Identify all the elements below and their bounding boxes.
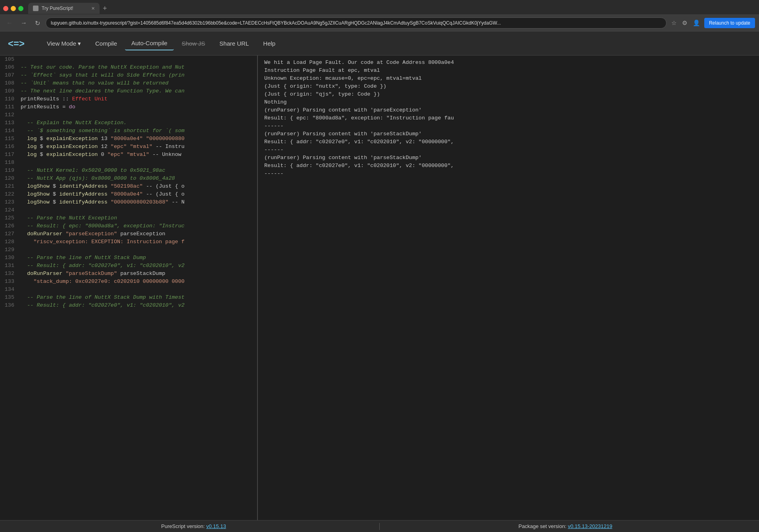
view-mode-button[interactable]: View Mode ▾ xyxy=(40,37,87,50)
line-number: 115 xyxy=(0,135,21,143)
line-number: 126 xyxy=(0,222,21,230)
help-button[interactable]: Help xyxy=(257,37,282,50)
line-content: logShow $ identifyAddress "0000000800203… xyxy=(21,198,257,206)
code-line: 124 xyxy=(0,206,257,214)
output-panel[interactable]: We hit a Load Page Fault. Our code at Co… xyxy=(258,56,759,520)
code-line: 129 xyxy=(0,246,257,254)
line-number: 117 xyxy=(0,151,21,159)
code-line: 112 xyxy=(0,111,257,119)
line-content: log $ explainException 0 "epc" "mtval" -… xyxy=(21,151,257,159)
code-line: 106-- Test our code. Parse the NuttX Exc… xyxy=(0,63,257,71)
address-bar[interactable] xyxy=(46,17,667,29)
line-number: 120 xyxy=(0,175,21,182)
line-number: 125 xyxy=(0,214,21,222)
output-line: Result: { addr: "c02027e0", v1: "c020201… xyxy=(264,162,753,170)
output-line: (Just { origin: "qjs", type: Code }) xyxy=(264,90,753,98)
status-right: Package set version: v0.15.13-20231219 xyxy=(380,523,751,529)
output-line: Nothing xyxy=(264,98,753,106)
line-number: 106 xyxy=(0,63,21,71)
app-logo: <=> xyxy=(8,38,25,49)
line-number: 121 xyxy=(0,182,21,190)
code-line: 128 "riscv_exception: EXCEPTION: Instruc… xyxy=(0,238,257,246)
output-line: (runParser) Parsing content with 'parseE… xyxy=(264,106,753,114)
line-number: 105 xyxy=(0,56,21,63)
line-number: 131 xyxy=(0,262,21,270)
minimize-button[interactable] xyxy=(11,6,16,11)
package-label: Package set version: xyxy=(519,523,568,529)
line-number: 111 xyxy=(0,103,21,111)
line-content: -- NuttX App (qjs): 0x8000_0000 to 0x800… xyxy=(21,175,257,182)
purescript-version: v0.15.13 xyxy=(206,523,226,529)
line-content: -- Parse the NuttX Exception xyxy=(21,214,257,222)
output-line: Result: { addr: "c02027e0", v1: "c020201… xyxy=(264,138,753,146)
line-number: 107 xyxy=(0,71,21,79)
tab-close-icon[interactable]: ✕ xyxy=(91,6,95,11)
line-number: 124 xyxy=(0,206,21,214)
line-content: -- `Unit` means that no value will be re… xyxy=(21,79,257,87)
line-content: log $ explainException 12 "epc" "mtval" … xyxy=(21,143,257,151)
code-line: 127 doRunParser "parseException" parseEx… xyxy=(0,230,257,238)
line-content: -- Test our code. Parse the NuttX Except… xyxy=(21,63,257,71)
code-line: 108-- `Unit` means that no value will be… xyxy=(0,79,257,87)
show-js-button[interactable]: Show JS xyxy=(175,37,211,50)
code-line: 118 xyxy=(0,159,257,167)
line-number: 113 xyxy=(0,119,21,127)
line-number: 127 xyxy=(0,230,21,238)
back-button[interactable]: ← xyxy=(4,19,15,27)
auto-compile-button[interactable]: Auto-Compile xyxy=(125,36,174,50)
line-number: 109 xyxy=(0,87,21,95)
close-button[interactable] xyxy=(3,6,8,11)
output-line: ------ xyxy=(264,170,753,178)
status-left: PureScript version: v0.15.13 xyxy=(8,523,379,529)
code-line: 133 "stack_dump: 0xc02027e0: c0202010 00… xyxy=(0,278,257,286)
line-content: doRunParser "parseStackDump" parseStackD… xyxy=(21,270,257,278)
code-line: 121 logShow $ identifyAddress "502198ac"… xyxy=(0,182,257,190)
code-line: 116 log $ explainException 12 "epc" "mtv… xyxy=(0,143,257,151)
line-number: 136 xyxy=(0,302,21,309)
code-line: 119 -- NuttX Kernel: 0x5020_0000 to 0x50… xyxy=(0,167,257,175)
output-line: (Just { origin: "nuttx", type: Code }) xyxy=(264,83,753,90)
line-number: 118 xyxy=(0,159,21,167)
tab-bar: Try PureScript! ✕ + xyxy=(0,0,759,14)
line-number: 114 xyxy=(0,127,21,135)
compile-button[interactable]: Compile xyxy=(89,37,123,50)
line-content: -- `Effect` says that it will do Side Ef… xyxy=(21,71,257,79)
code-line: 113 -- Explain the NuttX Exception. xyxy=(0,119,257,127)
browser-tab[interactable]: Try PureScript! ✕ xyxy=(28,3,100,14)
code-line: 107-- `Effect` says that it will do Side… xyxy=(0,71,257,79)
code-line: 136 -- Result: { addr: "c02027e0", v1: "… xyxy=(0,302,257,309)
line-content: logShow $ identifyAddress "8000a0e4" -- … xyxy=(21,190,257,198)
line-number: 112 xyxy=(0,111,21,119)
line-number: 132 xyxy=(0,270,21,278)
output-line: Instruction Page Fault at epc, mtval xyxy=(264,67,753,75)
code-line: 125 -- Parse the NuttX Exception xyxy=(0,214,257,222)
maximize-button[interactable] xyxy=(18,6,23,11)
code-line: 130 -- Parse the line of NuttX Stack Dum… xyxy=(0,254,257,262)
code-panel[interactable]: 105106-- Test our code. Parse the NuttX … xyxy=(0,56,258,520)
line-content: -- Result: { addr: "c02027e0", v1: "c020… xyxy=(21,262,257,270)
new-tab-button[interactable]: + xyxy=(100,4,110,13)
code-line: 122 logShow $ identifyAddress "8000a0e4"… xyxy=(0,190,257,198)
relaunch-button[interactable]: Relaunch to update xyxy=(704,18,755,28)
code-line: 114 -- `$ something something` is shortc… xyxy=(0,127,257,135)
code-line: 109-- The next line declares the Functio… xyxy=(0,87,257,95)
line-content: -- Explain the NuttX Exception. xyxy=(21,119,257,127)
code-line: 123 logShow $ identifyAddress "000000080… xyxy=(0,198,257,206)
line-number: 134 xyxy=(0,286,21,294)
share-url-button[interactable]: Share URL xyxy=(213,37,255,50)
code-line: 105 xyxy=(0,56,257,63)
bookmark-icon[interactable]: ☆ xyxy=(670,18,678,28)
toolbar-actions: ☆ ⚙ 👤 Relaunch to update xyxy=(670,18,755,28)
tab-favicon xyxy=(33,6,38,11)
output-line: ------ xyxy=(264,146,753,154)
line-content: -- Result: { epc: "8000ad8a", exception:… xyxy=(21,222,257,230)
code-line: 134 xyxy=(0,286,257,294)
refresh-button[interactable]: ↻ xyxy=(33,19,42,28)
line-content: -- NuttX Kernel: 0x5020_0000 to 0x5021_9… xyxy=(21,167,257,175)
main-content: 105106-- Test our code. Parse the NuttX … xyxy=(0,56,759,520)
forward-button[interactable]: → xyxy=(18,19,29,27)
line-content: printResults = do xyxy=(21,103,257,111)
profile-icon[interactable]: 👤 xyxy=(691,18,702,28)
chevron-down-icon: ▾ xyxy=(78,40,81,47)
extension-icon[interactable]: ⚙ xyxy=(680,18,689,28)
